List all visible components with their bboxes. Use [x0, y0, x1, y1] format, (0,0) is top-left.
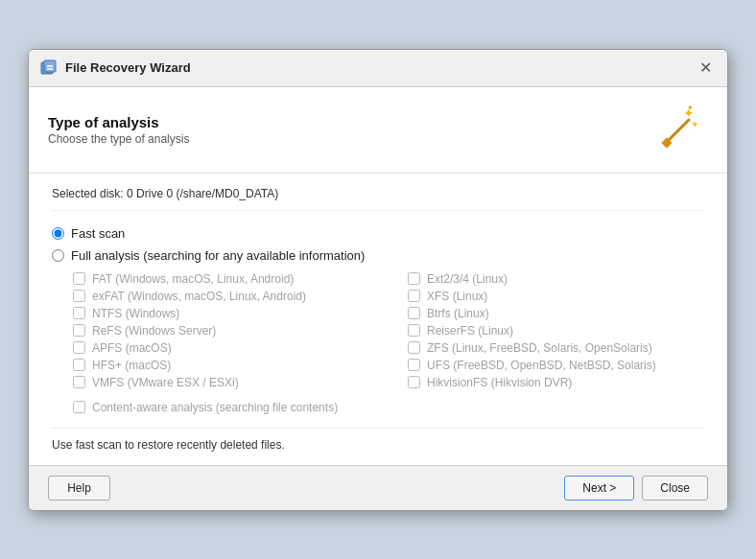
header-text: Type of analysis Choose the type of anal…: [48, 114, 189, 146]
apfs-label: APFS (macOS): [92, 341, 172, 355]
list-item: ReiserFS (Linux): [408, 324, 704, 338]
exfat-label: exFAT (Windows, macOS, Linux, Android): [92, 290, 306, 303]
ufs-label: UFS (FreeBSD, OpenBSD, NetBSD, Solaris): [427, 359, 656, 372]
close-titlebar-button[interactable]: ✕: [695, 58, 716, 79]
analysis-subtitle: Choose the type of analysis: [48, 132, 189, 146]
apfs-checkbox: [73, 341, 85, 354]
vmfs-checkbox: [73, 376, 85, 388]
footer-section: Help Next > Close: [29, 465, 727, 510]
svg-text:✦: ✦: [691, 119, 698, 129]
ext234-label: Ext2/3/4 (Linux): [427, 272, 508, 286]
filesystem-grid: FAT (Windows, macOS, Linux, Android) Ext…: [73, 272, 704, 389]
ufs-checkbox: [408, 359, 420, 371]
hint-text: Use fast scan to restore recently delete…: [52, 428, 704, 452]
next-button[interactable]: Next >: [564, 476, 634, 501]
hikvision-checkbox: [408, 376, 420, 388]
dialog-title: File Recovery Wizard: [65, 60, 191, 75]
analysis-title: Type of analysis: [48, 114, 189, 130]
list-item: FAT (Windows, macOS, Linux, Android): [73, 272, 369, 286]
fast-scan-radio[interactable]: [52, 227, 64, 240]
help-button[interactable]: Help: [48, 476, 110, 501]
ext234-checkbox: [408, 272, 420, 285]
vmfs-label: VMFS (VMware ESX / ESXi): [92, 376, 239, 389]
xfs-label: XFS (Linux): [427, 290, 487, 303]
list-item: VMFS (VMware ESX / ESXi): [73, 376, 369, 389]
content-aware-option: Content-aware analysis (searching file c…: [73, 401, 704, 414]
refs-checkbox: [73, 324, 85, 337]
title-bar: File Recovery Wizard ✕: [29, 50, 727, 87]
file-recovery-dialog: File Recovery Wizard ✕ Type of analysis …: [28, 49, 728, 511]
refs-label: ReFS (Windows Server): [92, 324, 216, 338]
content-aware-label: Content-aware analysis (searching file c…: [92, 401, 338, 414]
list-item: ReFS (Windows Server): [73, 324, 369, 338]
title-bar-left: File Recovery Wizard: [40, 59, 191, 77]
reiserfs-label: ReiserFS (Linux): [427, 324, 513, 338]
hfsplus-label: HFS+ (macOS): [92, 359, 171, 372]
svg-line-4: [666, 120, 689, 143]
btrfs-checkbox: [408, 307, 420, 319]
app-icon: [40, 59, 58, 77]
wizard-icon: ✦ ✦ ✦: [658, 101, 708, 159]
close-button[interactable]: Close: [642, 476, 708, 501]
full-analysis-radio[interactable]: [52, 249, 64, 262]
fast-scan-option[interactable]: Fast scan: [52, 226, 704, 241]
footer-left: Help: [48, 476, 110, 501]
body-section: Selected disk: 0 Drive 0 (/share/MD0_DAT…: [29, 174, 727, 465]
full-analysis-option[interactable]: Full analysis (searching for any availab…: [52, 248, 704, 263]
list-item: HFS+ (macOS): [73, 359, 369, 372]
fat-label: FAT (Windows, macOS, Linux, Android): [92, 272, 294, 286]
list-item: ZFS (Linux, FreeBSD, Solaris, OpenSolari…: [408, 341, 704, 355]
ntfs-label: NTFS (Windows): [92, 307, 179, 320]
list-item: NTFS (Windows): [73, 307, 369, 320]
xfs-checkbox: [408, 290, 420, 302]
zfs-checkbox: [408, 341, 420, 354]
list-item: Ext2/3/4 (Linux): [408, 272, 704, 286]
full-analysis-label: Full analysis (searching for any availab…: [71, 248, 365, 263]
header-section: Type of analysis Choose the type of anal…: [29, 87, 727, 174]
exfat-checkbox: [73, 290, 85, 302]
reiserfs-checkbox: [408, 324, 420, 337]
fast-scan-label: Fast scan: [71, 226, 125, 241]
hikvision-label: HikvisionFS (Hikvision DVR): [427, 376, 572, 389]
list-item: exFAT (Windows, macOS, Linux, Android): [73, 290, 369, 303]
fat-checkbox: [73, 272, 85, 285]
list-item: HikvisionFS (Hikvision DVR): [408, 376, 704, 389]
footer-right: Next > Close: [564, 476, 708, 501]
list-item: APFS (macOS): [73, 341, 369, 355]
selected-disk-label: Selected disk: 0 Drive 0 (/share/MD0_DAT…: [52, 187, 704, 211]
zfs-label: ZFS (Linux, FreeBSD, Solaris, OpenSolari…: [427, 341, 652, 355]
hfsplus-checkbox: [73, 359, 85, 371]
content-aware-checkbox: [73, 401, 85, 413]
list-item: UFS (FreeBSD, OpenBSD, NetBSD, Solaris): [408, 359, 704, 372]
svg-text:✦: ✦: [687, 104, 694, 112]
list-item: Btrfs (Linux): [408, 307, 704, 320]
btrfs-label: Btrfs (Linux): [427, 307, 489, 320]
list-item: XFS (Linux): [408, 290, 704, 303]
ntfs-checkbox: [73, 307, 85, 319]
